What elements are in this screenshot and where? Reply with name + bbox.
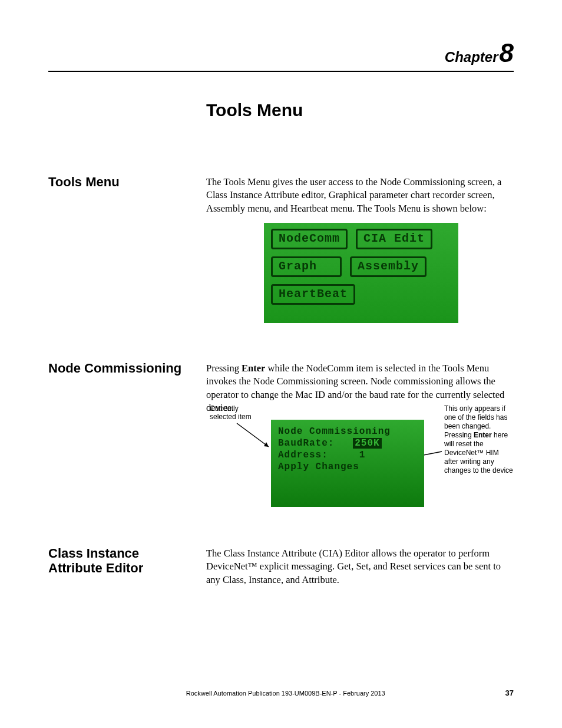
chapter-label: Chapter8 bbox=[445, 40, 514, 66]
lcd2-baud-value[interactable]: 250K bbox=[353, 438, 381, 449]
body-node-pre: Pressing bbox=[206, 363, 242, 374]
lcd-btn-assembly[interactable]: Assembly bbox=[350, 256, 427, 277]
lcd2-addr-label: Address: bbox=[278, 450, 328, 460]
lcd2-addr-row: Address: 1 bbox=[278, 449, 417, 461]
footer-page-number: 37 bbox=[505, 689, 514, 697]
svg-marker-1 bbox=[264, 442, 269, 447]
lcd2-apply[interactable]: Apply Changes bbox=[278, 461, 417, 473]
body-tools: The Tools Menu gives the user access to … bbox=[206, 176, 513, 215]
page-footer: Rockwell Automation Publication 193-UM00… bbox=[48, 689, 514, 697]
lcd2-baud-row: BaudRate: 250K bbox=[278, 437, 417, 449]
side-heading-node: Node Commissioning bbox=[48, 361, 196, 375]
callout-currently-selected: Currently selected item bbox=[210, 404, 263, 421]
chapter-number: 8 bbox=[498, 38, 514, 67]
body-cia: The Class Instance Attribute (CIA) Edito… bbox=[206, 547, 513, 587]
body-node-bold: Enter bbox=[242, 363, 265, 374]
lcd2-title: Node Commissioning bbox=[278, 426, 417, 437]
lcd-node-commissioning: Node Commissioning BaudRate: 250K Addres… bbox=[271, 420, 424, 507]
lcd-tools-menu: NodeComm CIA Edit Graph Assembly HeartBe… bbox=[264, 223, 458, 323]
chapter-word: Chapter bbox=[445, 49, 498, 65]
lcd2-addr-value[interactable]: 1 bbox=[359, 450, 366, 460]
callout-apply-note: This only appears if one of the fields h… bbox=[444, 404, 515, 475]
lcd-btn-heartbeat[interactable]: HeartBeat bbox=[271, 284, 355, 305]
page-title: Tools Menu bbox=[206, 100, 303, 120]
lcd-btn-nodecomm[interactable]: NodeComm bbox=[271, 229, 348, 249]
lcd-btn-cia-edit[interactable]: CIA Edit bbox=[356, 229, 432, 249]
header-rule bbox=[48, 71, 514, 72]
side-heading-cia: Class Instance Attribute Editor bbox=[48, 546, 196, 576]
side-heading-tools: Tools Menu bbox=[48, 174, 196, 189]
callout-right-bold: Enter bbox=[474, 431, 492, 439]
lcd2-baud-label: BaudRate: bbox=[278, 438, 334, 449]
lcd-btn-graph[interactable]: Graph bbox=[271, 256, 342, 277]
svg-line-0 bbox=[237, 423, 269, 447]
footer-publication: Rockwell Automation Publication 193-UM00… bbox=[66, 690, 505, 697]
